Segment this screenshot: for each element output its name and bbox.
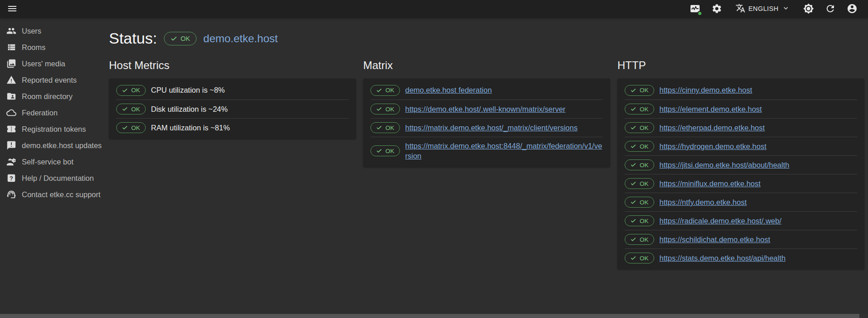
- ok-badge: OK: [370, 104, 400, 114]
- check-link[interactable]: https://jitsi.demo.etke.host/about/healt…: [660, 160, 789, 170]
- sidebar-item[interactable]: Reported events: [0, 72, 109, 88]
- refresh-button[interactable]: [824, 3, 836, 15]
- theme-toggle-button[interactable]: [803, 3, 814, 15]
- check-icon: [630, 143, 636, 149]
- column-host-metrics: Host Metrics OK CPU utilization is ~8%: [109, 59, 356, 269]
- sidebar-item-label: Federation: [22, 109, 58, 117]
- ok-badge: OK: [625, 253, 654, 263]
- sidebar-item-label: Users: [22, 27, 41, 35]
- check-link[interactable]: https://ntfy.demo.etke.host: [660, 197, 747, 207]
- column-title: Matrix: [363, 59, 610, 72]
- sidebar-item-label: Self-service bot: [22, 158, 74, 166]
- help-icon: ?: [6, 173, 16, 183]
- chevron-down-icon: [782, 4, 790, 14]
- ok-badge: OK: [625, 215, 654, 226]
- column-title: HTTP: [617, 59, 864, 72]
- horizontal-scrollbar[interactable]: [0, 314, 868, 318]
- account-circle-icon: [847, 3, 858, 14]
- status-row-item: OK https://ntfy.demo.etke.host: [625, 193, 857, 211]
- ok-badge: OK: [625, 85, 654, 96]
- ok-badge: OK: [625, 178, 654, 189]
- check-link[interactable]: https://radicale.demo.etke.host/.web/: [660, 216, 782, 226]
- column-title: Host Metrics: [109, 59, 356, 72]
- check-icon: [630, 236, 636, 243]
- ok-badge: OK: [625, 159, 654, 170]
- scrollbar-thumb[interactable]: [0, 314, 859, 318]
- sidebar-item-label: Registration tokens: [22, 125, 86, 134]
- sidebar-item[interactable]: Users' media: [0, 55, 109, 72]
- theme-brightness-icon: [803, 3, 814, 14]
- ok-badge: OK: [116, 85, 146, 96]
- check-icon: [630, 180, 636, 187]
- check-text: Disk utilization is ~24%: [151, 104, 228, 114]
- check-link[interactable]: https://element.demo.etke.host: [660, 104, 762, 114]
- sidebar-item-label: Contact etke.cc support: [22, 190, 100, 199]
- room-directory-icon: [6, 91, 16, 101]
- sidebar-item[interactable]: demo.etke.host updates: [0, 137, 109, 154]
- sidebar-item[interactable]: Self-service bot: [0, 154, 109, 170]
- check-icon: [630, 199, 636, 205]
- green-status-dot: [697, 11, 702, 16]
- rooms-list-icon: [6, 42, 16, 52]
- sidebar-item[interactable]: Rooms: [0, 39, 109, 55]
- media-gallery-icon: [6, 59, 16, 69]
- bot-engineering-icon: [6, 157, 16, 167]
- status-row-item: OK https://cinny.demo.etke.host: [625, 81, 857, 99]
- support-agent-icon: [6, 189, 16, 199]
- sidebar-item-label: Help / Documentation: [22, 174, 94, 183]
- check-icon: [122, 124, 128, 131]
- status-heading-row: Status: OK demo.etke.host: [109, 30, 868, 47]
- column-http: HTTP OK https://cinny.demo.etke.host: [617, 59, 864, 269]
- status-row-item: OK https://matrix.demo.etke.host:8448/_m…: [370, 137, 603, 165]
- status-columns: Host Metrics OK CPU utilization is ~8%: [109, 59, 868, 269]
- ok-badge: OK: [370, 122, 400, 133]
- check-icon: [122, 87, 128, 94]
- status-row-item: OK CPU utilization is ~8%: [116, 81, 349, 99]
- check-link[interactable]: https://demo.etke.host/.well-known/matri…: [405, 104, 566, 114]
- sidebar-item[interactable]: Room directory: [0, 88, 109, 104]
- check-link[interactable]: https://stats.demo.etke.host/api/health: [660, 253, 786, 263]
- host-metrics-card: OK CPU utilization is ~8% OK Disk utiliz…: [109, 79, 356, 139]
- sidebar-item[interactable]: Federation: [0, 104, 109, 121]
- ok-badge: OK: [116, 104, 146, 114]
- check-link[interactable]: https://miniflux.demo.etke.host: [660, 179, 761, 189]
- check-link[interactable]: https://etherpad.demo.etke.host: [660, 123, 765, 133]
- ok-badge: OK: [370, 85, 400, 96]
- host-link[interactable]: demo.etke.host: [203, 32, 278, 45]
- sidebar: Users Rooms Users' media Reported events…: [0, 17, 109, 318]
- check-link[interactable]: https://schildichat.demo.etke.host: [660, 234, 770, 244]
- check-link[interactable]: demo.etke.host federation: [405, 85, 492, 95]
- sidebar-item[interactable]: ? Help / Documentation: [0, 170, 109, 186]
- check-icon: [630, 87, 636, 94]
- sidebar-item-label: Reported events: [22, 76, 77, 84]
- check-icon: [376, 87, 382, 94]
- check-icon: [170, 35, 178, 42]
- status-row-item: OK https://schildichat.demo.etke.host: [625, 230, 857, 248]
- check-link[interactable]: https://matrix.demo.etke.host/_matrix/cl…: [405, 123, 578, 133]
- account-menu-button[interactable]: [846, 3, 858, 15]
- check-text: CPU utilization is ~8%: [151, 85, 225, 95]
- monitoring-status-button[interactable]: [689, 3, 701, 15]
- check-link[interactable]: https://matrix.demo.etke.host:8448/_matr…: [405, 141, 603, 161]
- check-icon: [376, 106, 382, 112]
- check-icon: [630, 124, 636, 131]
- check-link[interactable]: https://hydrogen.demo.etke.host: [660, 141, 767, 151]
- status-row-item: OK demo.etke.host federation: [370, 81, 603, 99]
- settings-button[interactable]: [711, 3, 723, 15]
- sidebar-item[interactable]: Registration tokens: [0, 121, 109, 137]
- check-icon: [630, 218, 636, 224]
- appbar-actions: ENGLISH: [689, 3, 858, 15]
- status-ok-badge: OK: [164, 32, 197, 45]
- ok-badge: OK: [370, 145, 400, 156]
- sidebar-item[interactable]: Users: [0, 23, 109, 39]
- check-link[interactable]: https://cinny.demo.etke.host: [660, 85, 752, 95]
- http-card: OK https://cinny.demo.etke.host OK https…: [617, 79, 864, 269]
- registration-token-icon: [6, 124, 16, 134]
- ok-badge: OK: [625, 197, 654, 208]
- language-selector[interactable]: ENGLISH: [733, 3, 793, 15]
- check-icon: [122, 106, 128, 112]
- sidebar-item[interactable]: Contact etke.cc support: [0, 186, 109, 203]
- check-icon: [376, 148, 382, 154]
- translate-icon: [735, 3, 745, 15]
- hamburger-menu-button[interactable]: [6, 3, 18, 15]
